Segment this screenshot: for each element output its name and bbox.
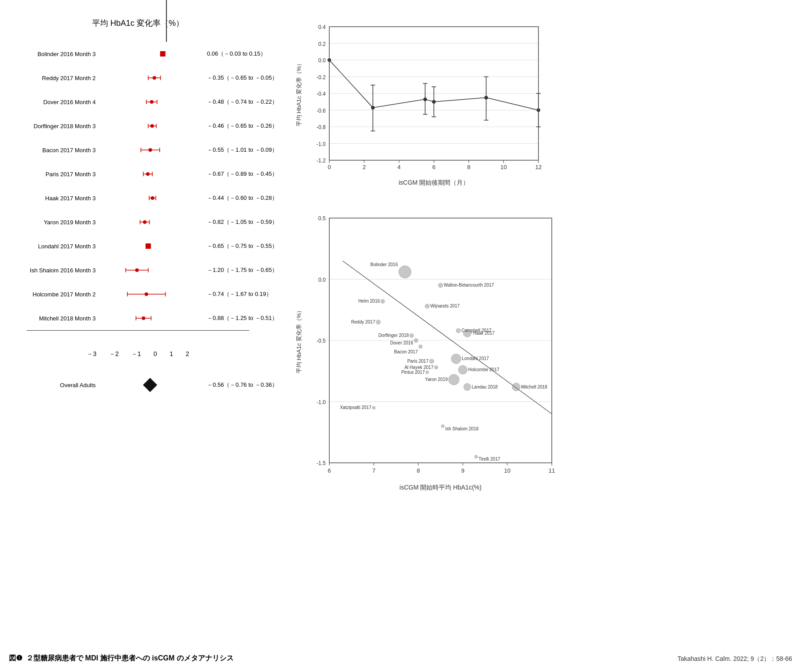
svg-text:isCGM 開始時平均 HbA1c(%): isCGM 開始時平均 HbA1c(%) xyxy=(400,484,481,491)
effect-value: －0.35（－0.65 to －0.05） xyxy=(207,74,278,82)
axis-label: －2 xyxy=(109,350,119,358)
svg-text:9: 9 xyxy=(461,467,464,474)
study-label: Reddy 2017 Month 2 xyxy=(27,75,100,81)
forest-plot: 平均 HbA1c 変化率（%） Bolinder 2016 Month 30.0… xyxy=(9,9,276,663)
svg-point-156 xyxy=(451,354,461,364)
axis-label: －3 xyxy=(87,350,97,358)
forest-title: 平均 HbA1c 変化率（%） xyxy=(27,18,249,28)
ci-area xyxy=(100,119,202,133)
svg-text:Dorflinger 2018: Dorflinger 2018 xyxy=(378,333,409,338)
svg-text:-0.5: -0.5 xyxy=(316,338,326,344)
overall-row: Overall Adults－0.56（－0.76 to －0.36） xyxy=(27,367,276,403)
svg-text:Ish Shalom 2016: Ish Shalom 2016 xyxy=(445,426,479,431)
ci-area xyxy=(100,191,202,205)
svg-point-43 xyxy=(145,292,148,296)
study-label: Paris 2017 Month 3 xyxy=(27,171,100,178)
study-label: Dover 2016 Month 4 xyxy=(27,99,100,105)
forest-study-row: Yaron 2019 Month 3－0.82（－1.05 to －0.59） xyxy=(27,210,249,234)
svg-text:平均 HbA1c 変化率（%）: 平均 HbA1c 変化率（%） xyxy=(295,308,302,374)
effect-value: －0.82（－1.05 to －0.59） xyxy=(207,218,278,226)
svg-text:6: 6 xyxy=(328,467,331,474)
svg-point-130 xyxy=(399,266,411,278)
main-container: 平均 HbA1c 変化率（%） Bolinder 2016 Month 30.0… xyxy=(0,0,801,672)
study-label: Ish Shalom 2016 Month 3 xyxy=(27,267,100,274)
forest-study-row: Dover 2016 Month 4－0.48（－0.74 to －0.22） xyxy=(27,90,249,114)
svg-text:Dover 2016: Dover 2016 xyxy=(390,340,413,345)
top-chart: 0.40.20.0-0.2-0.4-0.6-0.8-1.0-1.20246810… xyxy=(294,18,552,187)
svg-text:Al Hayek 2017: Al Hayek 2017 xyxy=(405,365,433,370)
svg-point-132 xyxy=(438,283,443,287)
ci-area xyxy=(100,215,202,229)
svg-text:平均 HbA1c 変化率（%）: 平均 HbA1c 変化率（%） xyxy=(295,61,302,127)
svg-text:8: 8 xyxy=(467,164,470,170)
svg-point-160 xyxy=(449,374,459,385)
svg-point-138 xyxy=(376,320,380,324)
svg-text:-0.4: -0.4 xyxy=(316,91,326,97)
svg-text:Tirelli 2017: Tirelli 2017 xyxy=(479,457,501,461)
svg-text:-1.0: -1.0 xyxy=(316,399,326,405)
svg-text:Landau 2018: Landau 2018 xyxy=(472,385,498,389)
ci-area xyxy=(100,167,202,181)
svg-text:0.5: 0.5 xyxy=(318,215,326,222)
svg-text:0.0: 0.0 xyxy=(318,277,326,283)
svg-text:Wijnands 2017: Wijnands 2017 xyxy=(430,304,460,308)
svg-point-47 xyxy=(142,316,146,320)
overall-label: Overall Adults xyxy=(27,382,100,389)
study-label: Bacon 2017 Month 3 xyxy=(27,147,100,154)
study-label: Londahl 2017 Month 3 xyxy=(27,243,100,250)
forest-study-row: Paris 2017 Month 3－0.67（－0.89 to －0.45） xyxy=(27,162,249,186)
effect-value: －0.88（－1.25 to －0.51） xyxy=(207,314,278,322)
svg-point-168 xyxy=(441,425,445,428)
axis-label: 2 xyxy=(186,350,189,358)
ci-area xyxy=(100,143,202,157)
effect-value: －1.20（－1.75 to －0.65） xyxy=(207,266,278,274)
ci-area xyxy=(100,287,202,301)
forest-study-row: Londahl 2017 Month 3－0.65（－0.75 to －0.55… xyxy=(27,234,249,258)
forest-zero-line xyxy=(166,0,167,42)
svg-text:-0.6: -0.6 xyxy=(316,108,326,114)
svg-rect-35 xyxy=(146,243,151,249)
svg-text:-1.0: -1.0 xyxy=(316,141,326,147)
svg-text:11: 11 xyxy=(549,467,555,474)
svg-rect-3 xyxy=(160,51,166,57)
ci-area xyxy=(100,263,202,277)
svg-point-134 xyxy=(381,300,385,304)
effect-value: －0.55（－1.01 to －0.09） xyxy=(207,146,278,154)
ci-area xyxy=(100,47,202,61)
svg-point-146 xyxy=(414,339,418,343)
svg-text:4: 4 xyxy=(397,164,400,170)
study-label: Yaron 2019 Month 3 xyxy=(27,219,100,226)
study-label: Mitchell 2018 Month 3 xyxy=(27,315,100,322)
effect-value: 0.06（－0.03 to 0.15） xyxy=(207,50,266,58)
svg-text:12: 12 xyxy=(535,164,542,170)
svg-point-142 xyxy=(463,329,471,337)
svg-text:10: 10 xyxy=(504,467,510,474)
svg-text:Londahl 2017: Londahl 2017 xyxy=(462,356,489,361)
forest-rows: Bolinder 2016 Month 30.06（－0.03 to 0.15）… xyxy=(27,42,249,330)
axis-label: 1 xyxy=(170,350,173,358)
svg-point-140 xyxy=(456,328,461,333)
overall-row: Overall Adults－0.56（－0.76 to －0.36） xyxy=(27,367,276,403)
svg-text:Holcombe 2017: Holcombe 2017 xyxy=(468,367,499,372)
svg-point-86 xyxy=(371,106,375,109)
svg-point-23 xyxy=(146,172,150,176)
svg-text:Walton-Betancourth 2017: Walton-Betancourth 2017 xyxy=(444,283,494,287)
overall-ci-area xyxy=(100,374,202,396)
svg-text:0.0: 0.0 xyxy=(318,57,326,64)
svg-text:Yaron 2019: Yaron 2019 xyxy=(425,377,448,382)
svg-text:0.2: 0.2 xyxy=(318,41,326,47)
svg-text:Bolinder 2016: Bolinder 2016 xyxy=(370,262,398,267)
svg-text:Mitchell 2018: Mitchell 2018 xyxy=(521,385,547,389)
ci-area xyxy=(100,95,202,109)
svg-text:-1.5: -1.5 xyxy=(316,460,326,466)
figure-caption: 図❶ ２型糖尿病患者で MDI 施行中患者への isCGM のメタアナリシス xyxy=(9,654,234,663)
svg-text:Paris 2017: Paris 2017 xyxy=(407,359,429,364)
forest-study-row: Holcombe 2017 Month 2－0.74（－1.67 to 0.19… xyxy=(27,282,249,306)
svg-text:0.4: 0.4 xyxy=(318,24,326,30)
svg-point-7 xyxy=(153,76,156,80)
svg-text:7: 7 xyxy=(372,467,375,474)
svg-text:6: 6 xyxy=(432,164,435,170)
effect-value: －0.67（－0.89 to －0.45） xyxy=(207,170,278,178)
right-charts: 0.40.20.0-0.2-0.4-0.6-0.8-1.0-1.20246810… xyxy=(276,9,792,663)
svg-point-150 xyxy=(429,359,434,364)
